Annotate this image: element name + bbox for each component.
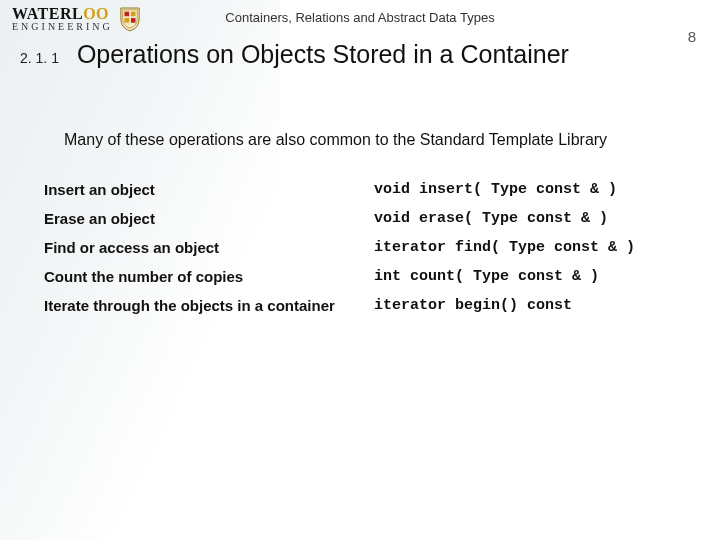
op-signature: iterator begin() const [370, 291, 680, 320]
waterloo-logo: WATERLOO ENGINEERING [12, 6, 141, 32]
svg-rect-2 [124, 18, 129, 23]
title-row: 2. 1. 1 Operations on Objects Stored in … [0, 32, 720, 69]
operations-table: Insert an object void insert( Type const… [40, 175, 680, 320]
table-row: Iterate through the objects in a contain… [40, 291, 680, 320]
logo-wordmark-bottom: ENGINEERING [12, 22, 113, 31]
table-row: Erase an object void erase( Type const &… [40, 204, 680, 233]
table-row: Find or access an object iterator find( … [40, 233, 680, 262]
op-desc: Iterate through the objects in a contain… [40, 291, 370, 320]
table-row: Insert an object void insert( Type const… [40, 175, 680, 204]
op-signature: void insert( Type const & ) [370, 175, 680, 204]
table-row: Count the number of copies int count( Ty… [40, 262, 680, 291]
op-signature: int count( Type const & ) [370, 262, 680, 291]
page-title: Operations on Objects Stored in a Contai… [77, 40, 569, 69]
header: WATERLOO ENGINEERING [0, 0, 720, 32]
op-desc: Count the number of copies [40, 262, 370, 291]
op-signature: iterator find( Type const & ) [370, 233, 680, 262]
op-desc: Erase an object [40, 204, 370, 233]
logo-wordmark-top: WATERLOO [12, 7, 113, 21]
section-number: 2. 1. 1 [20, 50, 59, 66]
intro-text: Many of these operations are also common… [64, 129, 680, 151]
op-signature: void erase( Type const & ) [370, 204, 680, 233]
crest-icon [119, 6, 141, 32]
svg-rect-0 [124, 12, 129, 17]
op-desc: Insert an object [40, 175, 370, 204]
op-desc: Find or access an object [40, 233, 370, 262]
svg-rect-1 [131, 12, 136, 17]
svg-rect-3 [131, 18, 136, 23]
